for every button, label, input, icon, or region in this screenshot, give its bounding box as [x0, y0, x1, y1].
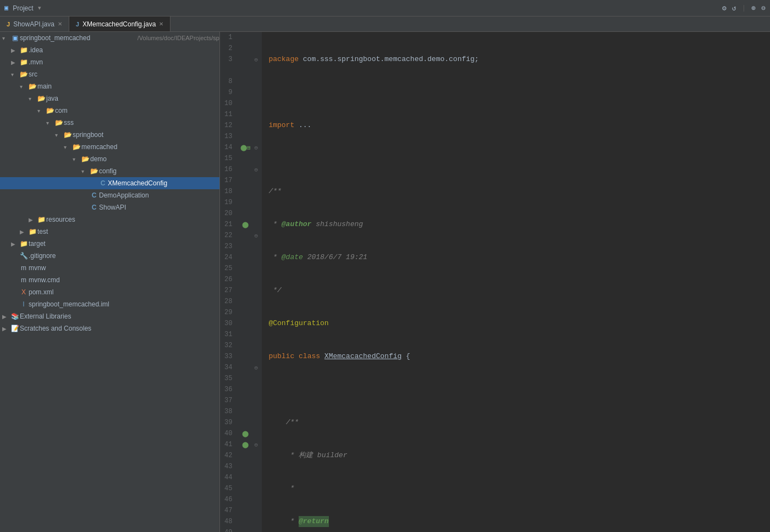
toolbar-icon-2[interactable]: ↺: [732, 4, 736, 13]
code-line-3: import ...: [268, 120, 763, 131]
sidebar-item-test[interactable]: ▶ 📁 test: [0, 226, 219, 238]
sidebar-label-idea: .idea: [29, 46, 219, 54]
sidebar-item-config[interactable]: ▾ 📂 config: [0, 165, 219, 177]
sidebar-label-gitignore: .gitignore: [29, 252, 219, 260]
sidebar-item-pomxml[interactable]: ▶ X pom.xml: [0, 286, 219, 298]
tab-showapi[interactable]: J ShowAPI.java ✕: [0, 17, 69, 31]
sidebar-label-demo: demo: [90, 155, 219, 163]
code-line-8: [268, 153, 763, 164]
sidebar-item-src[interactable]: ▾ 📂 src: [0, 68, 219, 80]
sidebar-label-iml: springboot_memcached.iml: [29, 300, 219, 308]
gutter-col: ⬤⊞ ⬤: [237, 32, 254, 532]
folder-icon-memcached: 📂: [72, 143, 81, 151]
sidebar-label-main: main: [37, 83, 219, 90]
code-content[interactable]: package com.sss.springboot.memcached.dem…: [262, 32, 770, 532]
sidebar-item-target[interactable]: ▶ 📁 target: [0, 238, 219, 250]
sidebar-item-resources[interactable]: ▶ 📁 resources: [0, 213, 219, 226]
gutter-icon-21[interactable]: ⬤: [237, 219, 254, 230]
dropdown-icon[interactable]: ▾: [38, 4, 41, 12]
toolbar-icon-4[interactable]: ⊖: [761, 4, 766, 13]
top-bar: ▣ Project ▾ ⚙ ↺ | ⊕ ⊖: [0, 0, 770, 17]
tab-label-xmemcachedconfig: XMemcachedConfig.java: [82, 20, 156, 28]
sidebar-label-mvnw: mvnw: [29, 264, 219, 272]
code-editor[interactable]: 1 2 3 8 9 10 11 12 13 14 15 16 17 18 19: [220, 32, 770, 532]
gutter-icon-40[interactable]: ⬤: [237, 428, 254, 439]
sidebar-label-springboot: springboot: [73, 131, 219, 139]
folder-icon-idea: 📁: [19, 46, 29, 54]
code-line-15: [268, 384, 763, 395]
sidebar-item-sss[interactable]: ▾ 📂 sss: [0, 117, 219, 129]
sidebar-item-ext-libs[interactable]: ▶ 📚 External Libraries: [0, 310, 219, 322]
code-line-1: package com.sss.springboot.memcached.dem…: [268, 54, 763, 65]
sidebar-item-gitignore[interactable]: ▶ 🔧 .gitignore: [0, 250, 219, 262]
sidebar-item-demoapplication[interactable]: ▶ C DemoApplication: [0, 189, 219, 201]
toolbar-icon-1[interactable]: ⚙: [722, 4, 727, 13]
folder-icon-sss: 📂: [54, 119, 64, 127]
scratches-icon: 📝: [10, 325, 20, 332]
sidebar-item-springboot[interactable]: ▾ 📂 springboot: [0, 129, 219, 141]
arrow-demo: ▾: [73, 156, 80, 162]
folder-icon-main: 📂: [28, 83, 37, 90]
sidebar-label-java: java: [46, 95, 219, 102]
sidebar-item-mvnw[interactable]: ▶ m mvnw: [0, 262, 219, 274]
tab-xmemcachedconfig[interactable]: J XMemcachedConfig.java ✕: [69, 17, 171, 31]
sidebar-item-mvn[interactable]: ▶ 📁 .mvn: [0, 56, 219, 68]
sidebar-item-demo[interactable]: ▾ 📂 demo: [0, 153, 219, 165]
arrow-target: ▶: [11, 241, 19, 247]
arrow-src: ▾: [11, 72, 19, 78]
sidebar-label-root: springboot_memcached: [20, 34, 135, 42]
sidebar-item-java[interactable]: ▾ 📂 java: [0, 92, 219, 105]
tab-label-showapi: ShowAPI.java: [13, 20, 54, 28]
sidebar-item-com[interactable]: ▾ 📂 com: [0, 105, 219, 117]
arrow-mvn: ▶: [11, 59, 19, 65]
sidebar-item-xmemcachedconfig[interactable]: ▶ C XMemcachedConfig: [0, 177, 219, 189]
sidebar-item-scratches[interactable]: ▶ 📝 Scratches and Consoles: [0, 322, 219, 334]
folder-icon-src: 📂: [19, 70, 29, 78]
sidebar-item-memcached[interactable]: ▾ 📂 memcached: [0, 141, 219, 153]
arrow-main: ▾: [20, 84, 28, 90]
code-line-17: * 构建 builder: [268, 450, 763, 461]
arrow-config: ▾: [81, 168, 89, 174]
toolbar-icon-3[interactable]: ⊕: [751, 4, 756, 13]
folder-icon-com: 📂: [45, 107, 55, 114]
toolbar-separator: |: [742, 4, 746, 12]
gutter-icon-14[interactable]: ⬤⊞: [237, 142, 254, 153]
java-file-icon-xmemcachedconfig: C: [98, 179, 108, 187]
sidebar-label-sss: sss: [64, 119, 219, 127]
sidebar-item-showapi[interactable]: ▶ C ShowAPI: [0, 201, 219, 213]
arrow-memcached: ▾: [64, 144, 72, 150]
arrow-springboot: ▾: [55, 132, 63, 138]
gutter-icon-41[interactable]: ⬤: [237, 439, 254, 450]
folder-icon-resources: 📁: [36, 216, 46, 223]
code-line-19: * @return: [268, 516, 763, 527]
tab-close-xmemcachedconfig[interactable]: ✕: [159, 21, 163, 27]
arrow-resources: ▶: [29, 217, 36, 223]
sidebar-label-test: test: [37, 228, 219, 235]
java-file-icon-showapi: C: [89, 204, 99, 211]
file-icon-mvnwcmd: m: [19, 276, 29, 284]
ext-libs-icon: 📚: [10, 312, 20, 320]
code-line-2: [268, 87, 763, 98]
file-icon-gitignore: 🔧: [19, 252, 29, 260]
folder-icon-mvn: 📁: [19, 58, 29, 66]
tab-close-showapi[interactable]: ✕: [58, 21, 62, 27]
sidebar: ▾ ▣ springboot_memcached /Volumes/doc/ID…: [0, 32, 220, 532]
folder-icon-target: 📁: [19, 240, 29, 248]
project-label[interactable]: Project: [13, 4, 33, 12]
folder-icon-springboot: 📂: [63, 131, 73, 139]
sidebar-label-config: config: [99, 167, 219, 175]
sidebar-item-mvnwcmd[interactable]: ▶ m mvnw.cmd: [0, 274, 219, 286]
arrow-root: ▾: [2, 35, 10, 41]
module-icon: ▣: [10, 34, 20, 42]
arrow-test: ▶: [20, 229, 28, 235]
sidebar-label-ext-libs: External Libraries: [20, 312, 219, 320]
sidebar-item-iml[interactable]: ▶ I springboot_memcached.iml: [0, 298, 219, 310]
line-numbers: 1 2 3 8 9 10 11 12 13 14 15 16 17 18 19: [220, 32, 237, 532]
sidebar-item-idea[interactable]: ▶ 📁 .idea: [0, 44, 219, 56]
sidebar-item-main[interactable]: ▾ 📂 main: [0, 80, 219, 92]
arrow-ext-libs: ▶: [2, 314, 10, 320]
sidebar-label-memcached: memcached: [81, 143, 219, 151]
sidebar-item-root[interactable]: ▾ ▣ springboot_memcached /Volumes/doc/ID…: [0, 32, 219, 44]
sidebar-label-xmemcachedconfig: XMemcachedConfig: [108, 179, 219, 187]
sidebar-label-src: src: [29, 70, 219, 78]
